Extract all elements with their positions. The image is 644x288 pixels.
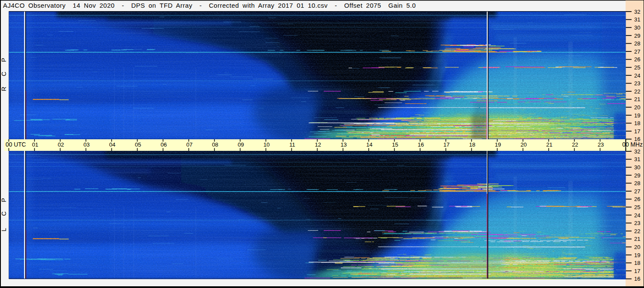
svg-text:19: 19 [634, 112, 640, 119]
svg-text:00 UTC: 00 UTC [6, 141, 26, 148]
svg-text:23: 23 [634, 220, 640, 226]
svg-text:31: 31 [634, 16, 640, 23]
svg-text:27: 27 [634, 48, 640, 55]
svg-text:21: 21 [546, 141, 553, 148]
svg-text:23: 23 [598, 141, 604, 148]
svg-text:29: 29 [634, 172, 640, 179]
svg-text:16: 16 [418, 141, 424, 148]
svg-text:22: 22 [634, 88, 640, 95]
svg-text:17: 17 [634, 268, 640, 274]
svg-text:29: 29 [634, 33, 640, 39]
svg-text:23: 23 [634, 80, 640, 87]
svg-text:15: 15 [392, 141, 398, 148]
svg-text:24: 24 [634, 212, 640, 219]
svg-text:25: 25 [634, 204, 640, 210]
svg-text:C: C [0, 72, 7, 76]
svg-text:20: 20 [521, 141, 527, 148]
svg-text:04: 04 [109, 141, 116, 148]
svg-text:27: 27 [634, 188, 640, 195]
svg-text:19: 19 [634, 252, 640, 258]
svg-text:26: 26 [634, 56, 640, 63]
svg-text:03: 03 [84, 141, 90, 148]
svg-text:14: 14 [366, 141, 373, 148]
svg-text:30: 30 [634, 24, 640, 31]
svg-text:28: 28 [634, 180, 640, 186]
svg-text:32: 32 [634, 9, 640, 15]
svg-text:19: 19 [495, 141, 501, 148]
svg-text:16: 16 [634, 276, 640, 282]
svg-text:05: 05 [135, 141, 141, 148]
svg-text:28: 28 [634, 40, 640, 47]
svg-text:C: C [0, 211, 7, 216]
svg-text:12: 12 [315, 141, 321, 148]
svg-text:17: 17 [634, 128, 640, 135]
svg-text:18: 18 [469, 141, 476, 148]
svg-text:10: 10 [264, 141, 270, 148]
svg-text:11: 11 [289, 141, 295, 148]
svg-text:26: 26 [634, 196, 640, 202]
svg-text:22: 22 [634, 228, 640, 234]
svg-text:P: P [0, 198, 7, 202]
svg-text:02: 02 [58, 141, 64, 148]
svg-text:22: 22 [572, 141, 578, 148]
svg-text:R: R [0, 87, 7, 91]
svg-text:08: 08 [212, 141, 219, 148]
svg-text:21: 21 [634, 96, 640, 102]
svg-text:P: P [0, 58, 7, 62]
svg-text:06: 06 [161, 141, 167, 148]
svg-text:16: 16 [634, 136, 640, 142]
svg-text:AJ4CO Observatory 14 Nov 2020: AJ4CO Observatory 14 Nov 2020 - DPS on T… [3, 2, 416, 9]
svg-text:18: 18 [634, 120, 640, 126]
svg-text:25: 25 [634, 64, 640, 71]
svg-text:30: 30 [634, 164, 640, 171]
svg-text:18: 18 [634, 260, 640, 266]
svg-text:32: 32 [634, 148, 640, 155]
svg-text:01: 01 [32, 141, 39, 148]
svg-text:20: 20 [634, 244, 640, 250]
svg-text:21: 21 [634, 236, 640, 242]
svg-text:20: 20 [634, 104, 640, 111]
svg-text:09: 09 [238, 141, 244, 148]
svg-text:24: 24 [634, 72, 640, 79]
svg-text:13: 13 [341, 141, 347, 148]
svg-text:31: 31 [634, 156, 640, 162]
svg-text:17: 17 [443, 141, 450, 148]
svg-text:07: 07 [186, 141, 193, 148]
svg-text:L: L [0, 228, 7, 231]
